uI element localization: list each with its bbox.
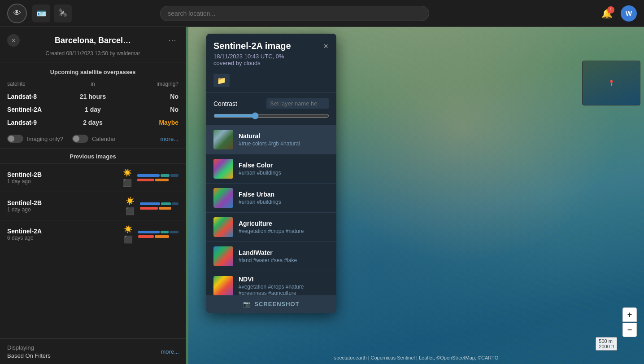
zoom-out-button[interactable]: −	[622, 323, 637, 337]
band-item-landwater[interactable]: Land/Water #land #water #sea #lake	[206, 241, 336, 271]
calendar-toggle[interactable]	[72, 135, 88, 143]
bar-teal-2	[161, 202, 171, 205]
bar-orange-1	[155, 179, 169, 181]
band-thumb-ndvi	[213, 276, 233, 295]
imaging-only-label: Imaging only?	[27, 136, 63, 142]
popup-divider	[206, 92, 336, 93]
band-item-ndvi[interactable]: NDVI #vegetation #crops #nature#greennes…	[206, 271, 336, 295]
mini-map-inner: 📍	[583, 61, 640, 105]
search-container	[160, 6, 429, 21]
contrast-slider[interactable]	[213, 112, 329, 119]
band-tags: #vegetation #crops #nature#greenness #ag…	[239, 284, 304, 295]
displaying-more-link[interactable]: more...	[161, 348, 179, 355]
navbar-right: 🔔 1 W	[599, 5, 637, 22]
satellite-in: 1 day	[64, 106, 121, 113]
notification-button[interactable]: 🔔 1	[599, 5, 615, 22]
band-tags: #urban #buildings	[239, 199, 281, 205]
image-name: Sentinel-2A	[7, 228, 118, 235]
bar-orange-2	[159, 207, 171, 210]
popup-clouds: covered by clouds	[213, 60, 291, 66]
band-name: Land/Water	[239, 249, 297, 256]
band-name: False Color	[239, 162, 281, 169]
table-row: Landsat-9 2 days Maybe	[7, 116, 178, 129]
band-thumb-agriculture	[213, 217, 233, 237]
image-name: Sentinel-2B	[7, 171, 117, 178]
popup-date: 18/11/2023 10:43 UTC, 0%	[213, 53, 291, 60]
panel-menu-button[interactable]: ⋯	[166, 34, 178, 47]
band-name: NDVI	[239, 276, 304, 283]
overpass-table: satellite in imaging? Landsat-8 21 hours…	[0, 79, 186, 129]
popup-close-button[interactable]: ×	[322, 41, 329, 52]
user-avatar[interactable]: W	[621, 5, 637, 22]
id-card-button[interactable]: 🪪	[32, 4, 50, 22]
image-name: Sentinel-2B	[7, 199, 120, 206]
more-link[interactable]: more...	[161, 136, 178, 142]
satellite-in: 2 days	[64, 119, 121, 126]
bar-red-3	[138, 235, 154, 238]
satellite-in: 21 hours	[64, 93, 121, 100]
displaying-value: Based On Filters	[7, 352, 51, 359]
band-thumb-false-color	[213, 159, 233, 179]
bar-dark-1	[170, 174, 178, 177]
id-card-icon: 🪪	[36, 9, 46, 18]
list-item[interactable]: Sentinel-2B 1 day ago ☀️ ⬛	[0, 192, 186, 220]
download-icon[interactable]: ⬛	[124, 235, 133, 244]
header-in: in	[64, 81, 121, 87]
satellite-icon: 🛰	[59, 9, 67, 18]
image-icons: ☀️ ⬛	[123, 168, 132, 187]
panel-close-button[interactable]: ×	[7, 34, 20, 47]
band-info: Agriculture #vegetation #crops #nature	[239, 220, 304, 234]
band-item-false-urban[interactable]: False Urban #urban #buildings	[206, 183, 336, 212]
sun-icon: ☀️	[124, 225, 133, 233]
band-thumb-natural	[213, 130, 233, 149]
popup-title: Sentinel-2A image	[213, 41, 291, 51]
band-tags: #land #water #sea #lake	[239, 257, 297, 263]
search-input[interactable]	[160, 6, 429, 21]
mini-map: 📍	[582, 61, 640, 105]
logo-icon: 👁	[13, 9, 21, 18]
screenshot-label: SCREENSHOT	[254, 301, 299, 307]
bar-teal-3	[161, 231, 169, 233]
scale-500m: 500 m	[599, 338, 614, 344]
bar-blue-2	[140, 202, 160, 205]
popup-actions: 📁	[206, 70, 336, 89]
band-item-natural[interactable]: Natural #true colors #rgb #natural	[206, 125, 336, 154]
zoom-in-button[interactable]: +	[622, 307, 637, 322]
imaging-only-toggle[interactable]	[7, 135, 23, 143]
sun-icon: ☀️	[123, 168, 132, 177]
band-tags: #true colors #rgb #natural	[239, 140, 300, 147]
panel-title: Barcelona, Barcel…	[20, 36, 166, 45]
download-icon[interactable]: ⬛	[126, 207, 135, 215]
band-info: Natural #true colors #rgb #natural	[239, 132, 300, 147]
screenshot-button[interactable]: 📷 SCREENSHOT	[206, 295, 336, 313]
satellite-name: Landsat-8	[7, 93, 64, 100]
list-item[interactable]: Sentinel-2B 1 day ago ☀️ ⬛	[0, 163, 186, 192]
popup-folder-button[interactable]: 📁	[213, 74, 230, 87]
header-satellite: satellite	[7, 81, 64, 87]
contrast-section: Contrast	[206, 96, 336, 125]
band-item-agriculture[interactable]: Agriculture #vegetation #crops #nature	[206, 212, 336, 241]
scale-bar: 500 m 2000 ft	[596, 337, 617, 351]
popup-header: Sentinel-2A image 18/11/2023 10:43 UTC, …	[206, 34, 336, 70]
image-bars	[137, 174, 178, 181]
calendar-label: Calendar	[92, 136, 116, 142]
download-icon[interactable]: ⬛	[123, 179, 132, 187]
contrast-label: Contrast	[213, 100, 237, 107]
logo-button[interactable]: 👁	[7, 4, 27, 23]
band-name: False Urban	[239, 191, 281, 198]
band-item-false-color[interactable]: False Color #urban #buildings	[206, 154, 336, 183]
band-name: Agriculture	[239, 220, 304, 227]
layer-name-input[interactable]	[266, 98, 329, 109]
bar-blue-3	[138, 231, 160, 233]
list-item[interactable]: Sentinel-2A 6 days ago ☀️ ⬛	[0, 220, 186, 248]
image-time: 1 day ago	[7, 178, 117, 184]
bar-dark-2	[172, 202, 178, 205]
overpass-header: satellite in imaging?	[7, 79, 178, 90]
image-icons: ☀️ ⬛	[126, 197, 135, 215]
band-thumb-false-urban	[213, 188, 233, 208]
toggle-row: Imaging only? Calendar more...	[0, 129, 186, 148]
sun-icon: ☀️	[126, 197, 135, 205]
band-list: Natural #true colors #rgb #natural False…	[206, 125, 336, 295]
satellite-button[interactable]: 🛰	[54, 4, 72, 22]
panel-subtitle: Created 08/11/2023 13:50 by waldemar	[0, 50, 186, 62]
